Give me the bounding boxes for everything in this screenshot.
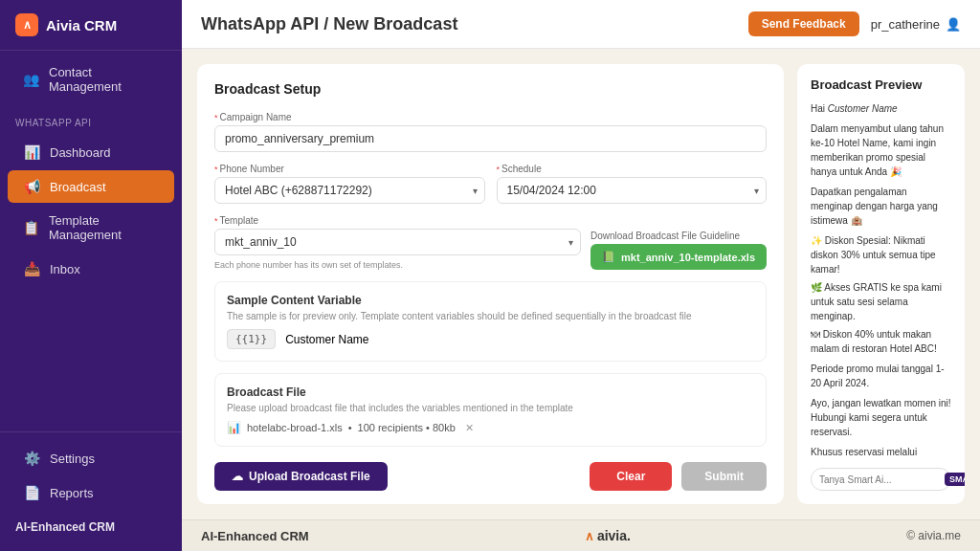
preview-period: Periode promo mulai tanggal 1-20 April 2… bbox=[811, 362, 951, 390]
sample-title: Sample Content Variable bbox=[227, 294, 754, 307]
campaign-name-label: * Campaign Name bbox=[214, 112, 767, 122]
footer: AI-Enhanced CRM ∧ aivia. © aivia.me bbox=[182, 519, 980, 551]
inbox-icon: 📥 bbox=[23, 261, 40, 276]
sidebar-item-template-management[interactable]: 📋 Template Management bbox=[8, 205, 174, 251]
phone-number-field: * Phone Number Hotel ABC (+628871172292) bbox=[214, 164, 485, 204]
smart-input-row: SMART bbox=[811, 468, 951, 491]
topbar-right: Send Feedback pr_catherine 👤 bbox=[748, 11, 961, 36]
schedule-select[interactable]: 15/04/2024 12:00 bbox=[497, 177, 768, 204]
upload-icon: ☁ bbox=[232, 470, 243, 483]
file-box-title: Broadcast File bbox=[227, 386, 754, 399]
download-label: Download Broadcast File Guideline bbox=[590, 231, 767, 241]
sidebar-item-label: Reports bbox=[50, 486, 94, 500]
reports-icon: 📄 bbox=[23, 485, 40, 500]
preview-cta2: Khusus reservasi melalui WhatsApp akan m… bbox=[811, 445, 951, 460]
sidebar-bottom: ⚙️ Settings 📄 Reports AI-Enhanced CRM bbox=[0, 431, 182, 551]
sidebar-item-label: Template Management bbox=[49, 213, 159, 242]
template-download-row: * Template mkt_anniv_10 Each phone numbe… bbox=[214, 215, 767, 270]
sidebar-item-contact-management[interactable]: 👥 Contact Management bbox=[8, 56, 174, 102]
user-badge: pr_catherine 👤 bbox=[871, 17, 961, 32]
settings-icon: ⚙️ bbox=[23, 451, 40, 466]
sidebar-item-reports[interactable]: 📄 Reports bbox=[8, 476, 174, 509]
preview-promo1: ✨ Diskon Spesial: Nikmati diskon 30% unt… bbox=[811, 233, 951, 276]
footer-brand: AI-Enhanced CRM bbox=[201, 529, 309, 543]
sidebar-item-settings[interactable]: ⚙️ Settings bbox=[8, 442, 174, 474]
download-area: Download Broadcast File Guideline 📗 mkt_… bbox=[590, 231, 767, 270]
broadcast-preview-panel: Broadcast Preview Hai Customer Name Dala… bbox=[797, 64, 965, 504]
file-item: 📊 hotelabc-broad-1.xls • 100 recipients … bbox=[227, 421, 754, 434]
sidebar-item-label: Broadcast bbox=[50, 180, 106, 194]
template-select-wrapper: mkt_anniv_10 bbox=[214, 229, 581, 255]
sidebar-section-whatsapp: WhatsApp API bbox=[0, 108, 182, 132]
template-hint: Each phone number has its own set of tem… bbox=[214, 260, 581, 270]
preview-promo3: 🍽 Diskon 40% untuk makan malam di restor… bbox=[811, 327, 951, 356]
download-template-button[interactable]: 📗 mkt_anniv_10-template.xls bbox=[590, 244, 767, 270]
broadcast-setup-panel: Broadcast Setup * Campaign Name * Phone … bbox=[197, 64, 784, 504]
sample-content-box: Sample Content Variable The sample is fo… bbox=[214, 281, 767, 362]
username: pr_catherine bbox=[871, 17, 940, 32]
variable-row: {{1}} Customer Name bbox=[227, 329, 754, 349]
preview-cta1: Ayo, jangan lewatkan momen ini! Hubungi … bbox=[811, 396, 951, 439]
logo-text: Aivia CRM bbox=[46, 17, 117, 33]
sidebar-item-label: Inbox bbox=[50, 262, 80, 276]
sidebar-item-label: Contact Management bbox=[49, 65, 159, 94]
content-area: WhatsApp API / New Broadcast Send Feedba… bbox=[182, 0, 980, 551]
file-separator: • bbox=[348, 422, 352, 433]
topbar: WhatsApp API / New Broadcast Send Feedba… bbox=[182, 0, 980, 49]
page-title: WhatsApp API / New Broadcast bbox=[201, 14, 457, 34]
sidebar-item-inbox[interactable]: 📥 Inbox bbox=[8, 253, 174, 285]
phone-number-select[interactable]: Hotel ABC (+628871172292) bbox=[214, 177, 485, 204]
broadcast-file-box: Broadcast File Please upload broadcast f… bbox=[214, 373, 767, 447]
broadcast-icon: 📢 bbox=[23, 179, 40, 194]
file-name: hotelabc-broad-1.xls bbox=[247, 422, 343, 433]
file-remove-button[interactable]: ✕ bbox=[465, 422, 474, 434]
campaign-name-field: * Campaign Name bbox=[214, 112, 767, 152]
file-meta: 100 recipients • 80kb bbox=[358, 422, 456, 433]
file-hint: Please upload broadcast file that includ… bbox=[227, 403, 754, 413]
contact-icon: 👥 bbox=[23, 72, 39, 87]
preview-body1: Dalam menyambut ulang tahun ke-10 Hotel … bbox=[811, 121, 951, 179]
clear-button[interactable]: Clear bbox=[590, 462, 672, 491]
preview-customer: Customer Name bbox=[828, 103, 898, 114]
title-bold: New Broadcast bbox=[333, 14, 457, 33]
file-excel-icon: 📊 bbox=[227, 421, 241, 434]
dashboard-icon: 📊 bbox=[23, 144, 40, 160]
campaign-name-input[interactable] bbox=[214, 125, 767, 152]
preview-title: Broadcast Preview bbox=[811, 77, 951, 92]
variable-value: Customer Name bbox=[285, 333, 368, 346]
footer-logo-text: aivia. bbox=[597, 528, 631, 543]
main-panels: Broadcast Setup * Campaign Name * Phone … bbox=[182, 49, 980, 519]
sidebar-item-label: Dashboard bbox=[50, 145, 111, 160]
footer-logo-icon: ∧ bbox=[585, 529, 594, 543]
user-icon: 👤 bbox=[946, 17, 961, 32]
phone-select-wrapper: Hotel ABC (+628871172292) bbox=[214, 177, 485, 204]
sample-hint: The sample is for preview only. Template… bbox=[227, 311, 754, 321]
schedule-field: * Schedule 15/04/2024 12:00 bbox=[497, 164, 768, 204]
template-select[interactable]: mkt_anniv_10 bbox=[214, 229, 581, 255]
sidebar-item-label: Settings bbox=[50, 452, 95, 466]
footer-logo: ∧ aivia. bbox=[585, 528, 631, 543]
variable-tag: {{1}} bbox=[227, 329, 276, 349]
upload-broadcast-button[interactable]: ☁ Upload Broadcast File bbox=[214, 462, 388, 491]
preview-content: Hai Customer Name Dalam menyambut ulang … bbox=[811, 101, 951, 460]
setup-panel-title: Broadcast Setup bbox=[214, 81, 767, 97]
phone-schedule-row: * Phone Number Hotel ABC (+628871172292)… bbox=[214, 164, 767, 204]
schedule-select-wrapper: 15/04/2024 12:00 bbox=[497, 177, 768, 204]
footer-copyright: © aivia.me bbox=[906, 529, 961, 542]
sidebar-item-dashboard[interactable]: 📊 Dashboard bbox=[8, 136, 174, 168]
sidebar-item-broadcast[interactable]: 📢 Broadcast bbox=[8, 170, 174, 203]
submit-button[interactable]: Submit bbox=[681, 462, 767, 491]
excel-icon: 📗 bbox=[602, 251, 615, 263]
action-row: ☁ Upload Broadcast File Clear Submit bbox=[214, 462, 767, 491]
feedback-button[interactable]: Send Feedback bbox=[748, 11, 859, 36]
smart-ai-input[interactable] bbox=[819, 474, 941, 485]
logo-icon: ∧ bbox=[15, 13, 38, 36]
preview-greeting: Hai bbox=[811, 103, 828, 114]
sidebar-logo: ∧ Aivia CRM bbox=[0, 0, 182, 51]
sidebar: ∧ Aivia CRM 👥 Contact Management WhatsAp… bbox=[0, 0, 182, 551]
preview-body2: Dapatkan pengalaman menginap dengan harg… bbox=[811, 185, 951, 228]
title-prefix: WhatsApp API / bbox=[201, 14, 333, 33]
preview-promo2: 🌿 Akses GRATIS ke spa kami untuk satu se… bbox=[811, 280, 951, 323]
sidebar-footer-brand: AI-Enhanced CRM bbox=[0, 511, 182, 543]
template-icon: 📋 bbox=[23, 220, 39, 235]
